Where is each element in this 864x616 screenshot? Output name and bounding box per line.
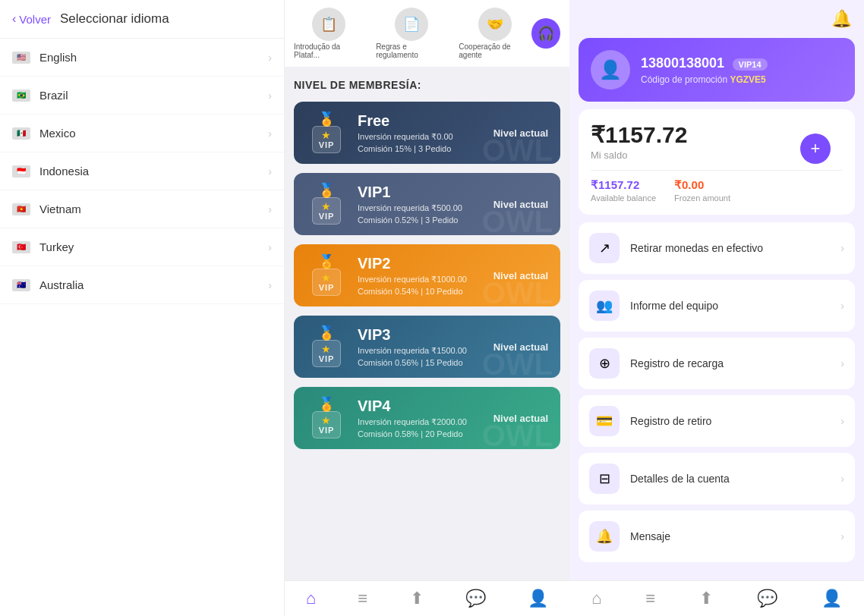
language-left-mexico: 🇲🇽 Mexico [12, 127, 76, 140]
middle-nav-home[interactable]: ⌂ [306, 589, 316, 608]
back-button[interactable]: ‹ Volver [12, 12, 51, 26]
chevron-icon-indonesia: › [268, 165, 272, 178]
nivel-actual-free: Nivel actual [493, 127, 548, 139]
vip-card-vip1[interactable]: 🏅 ★ VIP VIP1 Inversión requerida ₹500.00… [294, 173, 560, 235]
language-item-mexico[interactable]: 🇲🇽 Mexico › [0, 115, 284, 152]
middle-nav-chat[interactable]: 💬 [465, 589, 486, 608]
vip-badge-vip4: 🏅 ★ VIP [306, 398, 347, 438]
menu-icon-recharge: ⊕ [599, 355, 610, 372]
menu-chevron-withdrawal-record: › [840, 415, 844, 427]
menu-item-account-details[interactable]: ⊟ Detalles de la cuenta › [579, 453, 855, 504]
menu-icon-account-details: ⊟ [599, 470, 610, 487]
vip-card-vip4[interactable]: 🏅 ★ VIP VIP4 Inversión requerida ₹2000.0… [294, 387, 560, 449]
language-left-vietnam: 🇻🇳 Vietnam [12, 203, 81, 215]
language-item-turkey[interactable]: 🇹🇷 Turkey › [0, 228, 284, 266]
membership-section: NIVEL DE MEMBRESÍA: 🏅 ★ VIP Free Inversi… [285, 67, 569, 580]
vip-investment-vip3: Inversión requerida ₹1500.00 [358, 346, 483, 356]
menu-icon-box-withdraw: ↗ [589, 233, 620, 263]
language-item-indonesia[interactable]: 🇮🇩 Indonesia › [0, 152, 284, 190]
right-nav-user[interactable]: 👤 [821, 589, 842, 608]
nav-cooperation[interactable]: 🤝 Cooperação de agente [459, 8, 531, 59]
right-nav-home[interactable]: ⌂ [591, 589, 601, 608]
language-name-brazil: Brazil [39, 89, 68, 102]
vip-investment-vip2: Inversión requerida ₹1000.00 [358, 275, 483, 284]
vip-cards-container: 🏅 ★ VIP Free Inversión requerida ₹0.00 C… [294, 102, 560, 449]
language-item-australia[interactable]: 🇦🇺 Australia › [0, 266, 284, 304]
language-item-brazil[interactable]: 🇧🇷 Brazil › [0, 77, 284, 115]
notification-bell-icon[interactable]: 🔔 [831, 9, 852, 29]
nav-icon-group: 📋 Introdução da Plataf... 📄 Regras e reg… [294, 8, 531, 59]
back-label: Volver [19, 13, 51, 26]
chevron-icon-australia: › [268, 279, 272, 291]
nav-rules[interactable]: 📄 Regras e regulamento [376, 8, 446, 59]
flag-icon-vietnam: 🇻🇳 [12, 203, 30, 215]
vip-name-vip3: VIP3 [358, 326, 483, 344]
menu-icon-box-recharge: ⊕ [589, 348, 620, 379]
chevron-icon-brazil: › [268, 90, 272, 102]
language-name-indonesia: Indonesia [39, 165, 89, 178]
menu-item-recharge[interactable]: ⊕ Registro de recarga › [579, 338, 855, 389]
vip-badge-box-vip4: ★ VIP [312, 411, 342, 438]
medal-icon-vip1: 🏅 [318, 184, 335, 197]
vip-label-free: VIP [319, 140, 335, 149]
vip-badge-vip2: 🏅 ★ VIP [306, 255, 347, 296]
right-header: 🔔 [569, 0, 864, 38]
vip-card-vip3[interactable]: 🏅 ★ VIP VIP3 Inversión requerida ₹1500.0… [294, 316, 560, 378]
star-icon-vip3: ★ [319, 344, 335, 354]
menu-item-withdraw[interactable]: ↗ Retirar monedas en efectivo › [579, 222, 855, 274]
star-icon-free: ★ [319, 130, 335, 140]
balance-label: Mi saldo [591, 149, 687, 161]
right-nav-icon-chat: 💬 [757, 589, 777, 608]
nav-intro[interactable]: 📋 Introdução da Plataf... [294, 8, 364, 59]
right-nav-chat[interactable]: 💬 [757, 589, 777, 608]
menu-chevron-message: › [840, 530, 844, 542]
star-icon-vip4: ★ [319, 415, 335, 426]
vip-label-vip3: VIP [319, 354, 335, 363]
vip-name-vip1: VIP1 [358, 184, 483, 201]
middle-nav-upload[interactable]: ⬆ [410, 589, 424, 608]
vip-info-vip2: VIP2 Inversión requerida ₹1000.00 Comisi… [358, 255, 483, 296]
membership-panel: 📋 Introdução da Plataf... 📄 Regras e reg… [285, 0, 569, 616]
balance-card: ₹1157.72 Mi saldo + ₹1157.72 Available b… [579, 109, 855, 215]
middle-nav-icon-home: ⌂ [306, 589, 316, 608]
vip-info-vip1: VIP1 Inversión requerida ₹500.00 Comisió… [358, 184, 483, 225]
menu-icon-message: 🔔 [596, 528, 613, 545]
language-item-vietnam[interactable]: 🇻🇳 Vietnam › [0, 190, 284, 228]
star-icon-vip2: ★ [319, 272, 335, 283]
menu-label-withdraw: Retirar monedas en efectivo [630, 242, 830, 254]
right-nav-list[interactable]: ≡ [645, 589, 655, 608]
menu-label-message: Mensaje [630, 530, 830, 542]
back-chevron-icon: ‹ [12, 12, 16, 26]
vip-commission-vip4: Comisión 0.58% | 20 Pedido [358, 429, 483, 438]
frozen-balance-label: Frozen amount [674, 193, 730, 203]
middle-nav-user[interactable]: 👤 [528, 589, 548, 608]
nivel-actual-vip2: Nivel actual [493, 270, 548, 281]
right-nav-upload[interactable]: ⬆ [699, 589, 713, 608]
middle-nav-list[interactable]: ≡ [358, 589, 367, 608]
vip-investment-vip4: Inversión requerida ₹2000.00 [358, 417, 483, 427]
middle-nav-icon-list: ≡ [358, 589, 367, 608]
headset-button[interactable]: 🎧 [531, 18, 560, 49]
menu-item-withdrawal-record[interactable]: 💳 Registro de retiro › [579, 395, 855, 447]
vip-info-free: Free Inversión requerida ₹0.00 Comisión … [358, 112, 483, 153]
middle-nav-icon-user: 👤 [528, 589, 548, 608]
vip-card-free[interactable]: 🏅 ★ VIP Free Inversión requerida ₹0.00 C… [294, 102, 560, 164]
vip-card-vip2[interactable]: 🏅 ★ VIP VIP2 Inversión requerida ₹1000.0… [294, 244, 560, 306]
menu-label-account-details: Detalles de la cuenta [630, 473, 830, 485]
language-item-english[interactable]: 🇺🇸 English › [0, 39, 284, 77]
profile-name-row: 13800138001 VIP14 [641, 55, 843, 71]
menu-item-message[interactable]: 🔔 Mensaje › [579, 511, 855, 562]
language-selector-title: Seleccionar idioma [60, 11, 169, 27]
medal-icon-vip4: 🏅 [318, 398, 335, 411]
language-name-australia: Australia [39, 278, 84, 291]
avatar: 👤 [591, 50, 630, 90]
promo-label: Código de promoción [641, 74, 727, 85]
add-balance-button[interactable]: + [800, 134, 831, 164]
menu-label-withdrawal-record: Registro de retiro [630, 415, 830, 427]
promo-code-row: Código de promoción YGZVE5 [641, 74, 843, 85]
menu-list: ↗ Retirar monedas en efectivo › 👥 Inform… [569, 222, 864, 580]
menu-chevron-account-details: › [840, 473, 844, 485]
flag-icon-brazil: 🇧🇷 [12, 90, 30, 102]
star-icon-vip1: ★ [319, 201, 335, 212]
menu-item-team[interactable]: 👥 Informe del equipo › [579, 280, 855, 332]
